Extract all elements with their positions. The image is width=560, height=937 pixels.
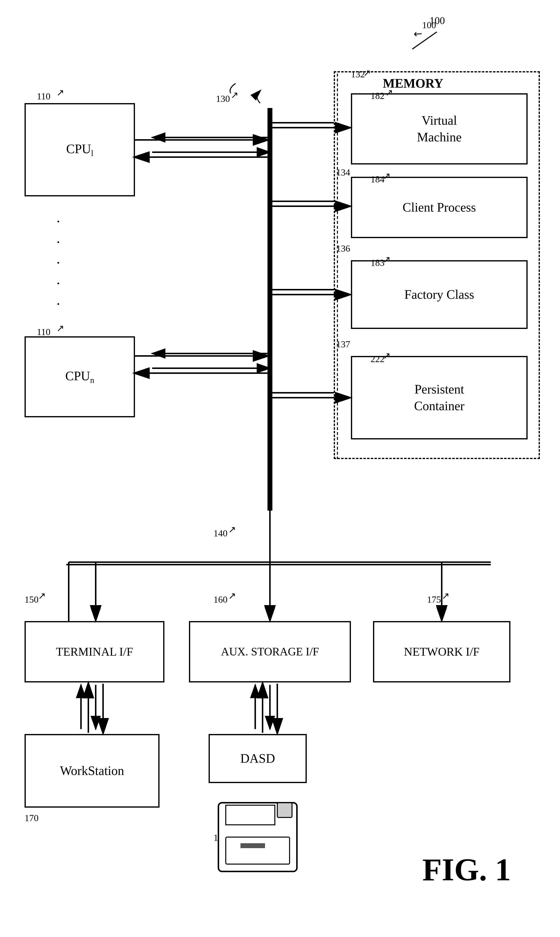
workstation-label: WorkStation [60, 762, 124, 779]
client-process-box: Client Process [351, 177, 528, 238]
virtual-machine-label: Virtual Machine [417, 112, 462, 145]
vertical-bus [268, 108, 272, 511]
cpu1-label: CPUl [66, 141, 94, 158]
ref-136: 136 [336, 243, 350, 254]
ref-137: 137 [336, 339, 350, 349]
svg-rect-26 [240, 843, 265, 848]
dasd-label: DASD [240, 750, 275, 767]
ref-175: 175 [427, 594, 441, 605]
ref-130: 130 [216, 93, 230, 104]
ref-150-arrow: ↗ [38, 590, 46, 601]
ref-170: 170 [25, 812, 38, 823]
ref-110a: 110 [37, 91, 51, 102]
cpu1-box: CPUl [25, 103, 135, 196]
ref-222-arrow: ↗ [383, 350, 391, 361]
diagram-container: 100 100 ↗ MEMORY 132 ↗ Virtual Machine 1… [0, 0, 560, 937]
network-if-label: NETWORK I/F [404, 644, 480, 659]
cpun-label: CPUn [65, 368, 94, 386]
terminal-if-box: TERMINAL I/F [25, 621, 165, 682]
workstation-box: WorkStation [25, 734, 160, 808]
network-if-box: NETWORK I/F [373, 621, 511, 682]
ref-183-arrow: ↗ [383, 254, 391, 265]
dasd-box: DASD [209, 734, 307, 783]
ref-182-arrow: ↗ [385, 87, 393, 98]
factory-class-label: Factory Class [405, 286, 474, 303]
ref-132-arrow: ↗ [363, 68, 371, 78]
ref-175-arrow: ↗ [442, 590, 449, 601]
terminal-if-label: TERMINAL I/F [56, 644, 133, 659]
ref-222: 222 [371, 354, 385, 364]
client-process-label: Client Process [403, 199, 476, 216]
ref-182: 182 [371, 90, 385, 101]
cpu1-subscript: l [91, 149, 93, 158]
ref-184: 184 [371, 174, 385, 185]
persistent-container-label: Persistent Container [414, 381, 464, 414]
aux-storage-label: AUX. STORAGE I/F [221, 645, 319, 659]
ref-134: 134 [336, 167, 350, 178]
cpun-box: CPUn [25, 336, 135, 417]
ref-140-arrow: ↗ [228, 524, 236, 535]
ref-184-arrow: ↗ [383, 171, 391, 182]
cpun-subscript: n [90, 376, 94, 385]
persistent-container-box: Persistent Container [351, 356, 528, 439]
ref-140: 140 [214, 528, 228, 539]
ref-110b: 110 [37, 326, 51, 337]
aux-storage-box: AUX. STORAGE I/F [189, 621, 351, 682]
cpu-dots: ····· [57, 211, 60, 314]
virtual-machine-box: Virtual Machine [351, 93, 528, 165]
svg-rect-24 [226, 805, 275, 825]
ref-183: 183 [371, 257, 385, 268]
factory-class-box: Factory Class [351, 260, 528, 329]
svg-rect-25 [226, 837, 289, 864]
figure-label: FIG. 1 [422, 851, 511, 888]
ref-110a-arrow: ↗ [57, 87, 64, 98]
ref-130-arrow: ↗ [231, 89, 238, 100]
svg-rect-27 [277, 803, 292, 817]
ref-160: 160 [214, 594, 228, 605]
ref-110b-arrow: ↗ [57, 323, 64, 334]
ref-150: 150 [25, 594, 38, 605]
ref-160-arrow: ↗ [228, 590, 236, 601]
disk-icon [204, 798, 314, 876]
ref-132: 132 [351, 69, 365, 80]
ref-100-label: 100 [429, 15, 445, 26]
